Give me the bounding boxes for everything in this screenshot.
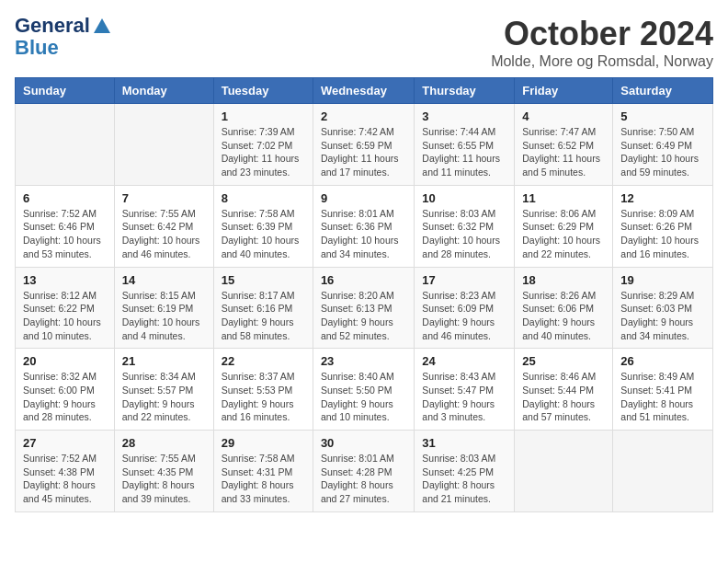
page-header: General Blue October 2024 Molde, More og… [15, 15, 713, 70]
day-number: 17 [422, 273, 506, 287]
day-cell: 18Sunrise: 8:26 AM Sunset: 6:06 PM Dayli… [515, 267, 613, 349]
day-cell: 9Sunrise: 8:01 AM Sunset: 6:36 PM Daylig… [313, 185, 414, 267]
day-cell: 21Sunrise: 8:34 AM Sunset: 5:57 PM Dayli… [114, 349, 213, 431]
day-cell: 15Sunrise: 8:17 AM Sunset: 6:16 PM Dayli… [213, 267, 313, 349]
day-details: Sunrise: 7:55 AM Sunset: 6:42 PM Dayligh… [122, 207, 206, 261]
day-details: Sunrise: 7:47 AM Sunset: 6:52 PM Dayligh… [522, 125, 605, 179]
day-cell [613, 431, 713, 512]
day-number: 8 [222, 191, 305, 205]
day-cell: 31Sunrise: 8:03 AM Sunset: 4:25 PM Dayli… [415, 431, 515, 512]
day-cell [114, 104, 213, 186]
day-number: 18 [522, 273, 605, 287]
col-tuesday: Tuesday [213, 78, 313, 104]
day-cell: 25Sunrise: 8:46 AM Sunset: 5:44 PM Dayli… [515, 349, 613, 431]
day-cell: 5Sunrise: 7:50 AM Sunset: 6:49 PM Daylig… [613, 104, 713, 186]
col-friday: Friday [515, 78, 613, 104]
day-cell: 23Sunrise: 8:40 AM Sunset: 5:50 PM Dayli… [313, 349, 414, 431]
day-cell: 2Sunrise: 7:42 AM Sunset: 6:59 PM Daylig… [313, 104, 414, 186]
logo-text: General [15, 15, 112, 37]
day-details: Sunrise: 8:01 AM Sunset: 6:36 PM Dayligh… [321, 207, 406, 261]
day-cell: 11Sunrise: 8:06 AM Sunset: 6:29 PM Dayli… [515, 185, 613, 267]
day-details: Sunrise: 8:40 AM Sunset: 5:50 PM Dayligh… [321, 370, 406, 424]
day-cell: 29Sunrise: 7:58 AM Sunset: 4:31 PM Dayli… [213, 431, 313, 512]
week-row-3: 13Sunrise: 8:12 AM Sunset: 6:22 PM Dayli… [16, 267, 713, 349]
week-row-4: 20Sunrise: 8:32 AM Sunset: 6:00 PM Dayli… [16, 349, 713, 431]
day-details: Sunrise: 8:37 AM Sunset: 5:53 PM Dayligh… [222, 370, 305, 424]
week-row-2: 6Sunrise: 7:52 AM Sunset: 6:46 PM Daylig… [16, 185, 713, 267]
day-cell: 27Sunrise: 7:52 AM Sunset: 4:38 PM Dayli… [16, 431, 115, 512]
day-cell: 13Sunrise: 8:12 AM Sunset: 6:22 PM Dayli… [16, 267, 115, 349]
day-cell: 6Sunrise: 7:52 AM Sunset: 6:46 PM Daylig… [16, 185, 115, 267]
logo-blue-text: Blue [15, 37, 112, 59]
day-number: 11 [522, 191, 605, 205]
col-monday: Monday [114, 78, 213, 104]
day-cell: 8Sunrise: 7:58 AM Sunset: 6:39 PM Daylig… [213, 185, 313, 267]
day-number: 24 [422, 354, 506, 368]
calendar-table: Sunday Monday Tuesday Wednesday Thursday… [15, 77, 713, 512]
day-cell: 30Sunrise: 8:01 AM Sunset: 4:28 PM Dayli… [313, 431, 414, 512]
day-number: 29 [222, 436, 305, 450]
day-number: 9 [321, 191, 406, 205]
day-cell: 20Sunrise: 8:32 AM Sunset: 6:00 PM Dayli… [16, 349, 115, 431]
day-cell: 7Sunrise: 7:55 AM Sunset: 6:42 PM Daylig… [114, 185, 213, 267]
day-details: Sunrise: 8:23 AM Sunset: 6:09 PM Dayligh… [422, 289, 506, 343]
day-details: Sunrise: 8:49 AM Sunset: 5:41 PM Dayligh… [620, 370, 705, 424]
day-cell: 10Sunrise: 8:03 AM Sunset: 6:32 PM Dayli… [415, 185, 515, 267]
day-number: 30 [321, 436, 406, 450]
title-area: October 2024 Molde, More og Romsdal, Nor… [491, 15, 713, 70]
logo-icon [92, 17, 112, 37]
day-number: 3 [422, 109, 506, 123]
day-details: Sunrise: 7:39 AM Sunset: 7:02 PM Dayligh… [222, 125, 305, 179]
day-details: Sunrise: 7:44 AM Sunset: 6:55 PM Dayligh… [422, 125, 506, 179]
day-number: 25 [522, 354, 605, 368]
day-cell: 24Sunrise: 8:43 AM Sunset: 5:47 PM Dayli… [415, 349, 515, 431]
svg-marker-0 [94, 18, 110, 33]
day-number: 16 [321, 273, 406, 287]
week-row-1: 1Sunrise: 7:39 AM Sunset: 7:02 PM Daylig… [16, 104, 713, 186]
day-cell: 26Sunrise: 8:49 AM Sunset: 5:41 PM Dayli… [613, 349, 713, 431]
day-number: 22 [222, 354, 305, 368]
day-details: Sunrise: 8:03 AM Sunset: 4:25 PM Dayligh… [422, 452, 506, 506]
day-cell: 19Sunrise: 8:29 AM Sunset: 6:03 PM Dayli… [613, 267, 713, 349]
col-saturday: Saturday [613, 78, 713, 104]
col-wednesday: Wednesday [313, 78, 414, 104]
day-details: Sunrise: 7:55 AM Sunset: 4:35 PM Dayligh… [122, 452, 206, 506]
day-number: 5 [620, 109, 705, 123]
day-details: Sunrise: 8:01 AM Sunset: 4:28 PM Dayligh… [321, 452, 406, 506]
day-details: Sunrise: 7:50 AM Sunset: 6:49 PM Dayligh… [620, 125, 705, 179]
day-cell: 1Sunrise: 7:39 AM Sunset: 7:02 PM Daylig… [213, 104, 313, 186]
day-cell: 28Sunrise: 7:55 AM Sunset: 4:35 PM Dayli… [114, 431, 213, 512]
day-cell [16, 104, 115, 186]
day-cell: 17Sunrise: 8:23 AM Sunset: 6:09 PM Dayli… [415, 267, 515, 349]
day-number: 14 [122, 273, 206, 287]
day-number: 13 [23, 273, 107, 287]
day-number: 21 [122, 354, 206, 368]
day-details: Sunrise: 8:12 AM Sunset: 6:22 PM Dayligh… [23, 289, 107, 343]
logo: General Blue [15, 15, 112, 59]
day-details: Sunrise: 8:06 AM Sunset: 6:29 PM Dayligh… [522, 207, 605, 261]
col-thursday: Thursday [415, 78, 515, 104]
col-sunday: Sunday [16, 78, 115, 104]
location-subtitle: Molde, More og Romsdal, Norway [491, 53, 713, 70]
header-row: Sunday Monday Tuesday Wednesday Thursday… [16, 78, 713, 104]
day-details: Sunrise: 8:17 AM Sunset: 6:16 PM Dayligh… [222, 289, 305, 343]
day-details: Sunrise: 8:46 AM Sunset: 5:44 PM Dayligh… [522, 370, 605, 424]
day-details: Sunrise: 8:03 AM Sunset: 6:32 PM Dayligh… [422, 207, 506, 261]
day-details: Sunrise: 7:58 AM Sunset: 4:31 PM Dayligh… [222, 452, 305, 506]
day-details: Sunrise: 8:26 AM Sunset: 6:06 PM Dayligh… [522, 289, 605, 343]
day-cell: 22Sunrise: 8:37 AM Sunset: 5:53 PM Dayli… [213, 349, 313, 431]
day-number: 1 [222, 109, 305, 123]
day-details: Sunrise: 8:29 AM Sunset: 6:03 PM Dayligh… [620, 289, 705, 343]
day-number: 28 [122, 436, 206, 450]
month-title: October 2024 [491, 15, 713, 53]
day-details: Sunrise: 8:20 AM Sunset: 6:13 PM Dayligh… [321, 289, 406, 343]
day-number: 26 [620, 354, 705, 368]
day-number: 7 [122, 191, 206, 205]
day-number: 31 [422, 436, 506, 450]
day-cell: 12Sunrise: 8:09 AM Sunset: 6:26 PM Dayli… [613, 185, 713, 267]
day-details: Sunrise: 7:42 AM Sunset: 6:59 PM Dayligh… [321, 125, 406, 179]
day-cell: 14Sunrise: 8:15 AM Sunset: 6:19 PM Dayli… [114, 267, 213, 349]
day-cell: 16Sunrise: 8:20 AM Sunset: 6:13 PM Dayli… [313, 267, 414, 349]
day-number: 23 [321, 354, 406, 368]
day-number: 4 [522, 109, 605, 123]
